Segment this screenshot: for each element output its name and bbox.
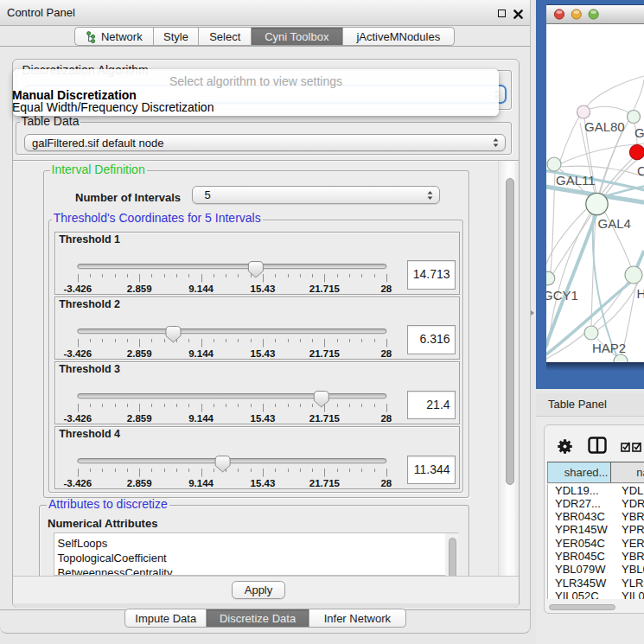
tab-label: Infer Network — [324, 612, 391, 625]
slider-track[interactable] — [78, 394, 386, 399]
popup-item-equal-width[interactable]: Equal Width/Frequency Discretization — [12, 100, 214, 114]
table-cell[interactable]: YLR345W — [548, 577, 614, 590]
checkbox-icon[interactable] — [632, 442, 642, 452]
slider-scale-label: 9.144 — [188, 413, 214, 424]
table-body[interactable]: YDL19...YDL19...YDR27...YDR27...YBR043CY… — [547, 484, 644, 600]
table-row[interactable]: YBL079WYBL079W — [548, 563, 644, 576]
table-cell[interactable]: YIL052C — [548, 590, 614, 599]
tab-infer-network[interactable]: Infer Network — [309, 609, 405, 627]
tab-cyni-toolbox[interactable]: Cyni Toolbox — [252, 28, 343, 45]
number-of-intervals-combobox[interactable]: 5 — [192, 186, 440, 204]
table-hscrollbar-thumb[interactable] — [549, 604, 615, 610]
checkbox-icon[interactable] — [621, 442, 631, 452]
threshold-panel-4: Threshold 4-3.4262.8599.14415.4321.71528… — [54, 426, 460, 489]
attribute-list-item[interactable]: BetweennessCentrality — [54, 565, 457, 576]
close-icon[interactable] — [513, 10, 523, 19]
table-cell[interactable]: YDL19... — [614, 484, 644, 497]
node[interactable] — [577, 105, 590, 118]
slider-ticks — [79, 469, 387, 477]
network-view-window[interactable]: GAL80 GA C GAL11 GAL4 GCY1 H HAP2 — [536, 0, 644, 389]
table-row[interactable]: YER054CYER054C — [548, 537, 644, 550]
tab-impute-data[interactable]: Impute Data — [125, 609, 207, 627]
table-row[interactable]: YDL19...YDL19... — [548, 484, 644, 497]
apply-button[interactable]: Apply — [232, 581, 285, 599]
node[interactable] — [628, 111, 641, 124]
node-label: GAL80 — [584, 119, 625, 134]
threshold-value-field[interactable]: 21.4 — [407, 391, 456, 420]
split-pane-arrow[interactable] — [531, 310, 534, 316]
tab-discretize-data[interactable]: Discretize Data — [207, 609, 309, 627]
slider-ticks — [79, 404, 387, 412]
threshold-slider[interactable]: -3.4262.8599.14415.4321.71528 — [55, 427, 468, 491]
table-row[interactable]: YDR27...YDR27... — [548, 497, 644, 510]
traffic-light-minimize-button[interactable] — [571, 10, 581, 19]
node[interactable] — [625, 266, 642, 284]
table-row[interactable]: YLR345WYLR345W — [548, 577, 644, 590]
numerical-attributes-list[interactable]: SelfLoopsTopologicalCoefficientBetweenne… — [54, 532, 458, 576]
table-panel-title: Table Panel — [548, 393, 607, 416]
slider-thumb[interactable] — [166, 326, 181, 342]
slider-thumb[interactable] — [315, 392, 329, 408]
slider-scale-label: 15.43 — [251, 284, 276, 294]
threshold-slider[interactable]: -3.4262.8599.14415.4321.71528 — [55, 233, 468, 296]
tab-network[interactable]: Network — [75, 28, 154, 45]
threshold-slider[interactable]: -3.4262.8599.14415.4321.71528 — [55, 362, 468, 426]
slider-track[interactable] — [78, 264, 386, 268]
table-cell[interactable]: YBR045C — [548, 550, 614, 563]
threshold-slider[interactable]: -3.4262.8599.14415.4321.71528 — [55, 297, 468, 361]
table-cell[interactable]: YDR27... — [548, 497, 614, 510]
table-cell[interactable]: YBL079W — [548, 563, 614, 576]
node-selected[interactable] — [629, 144, 644, 159]
column-header-shared-name[interactable]: shared... — [547, 462, 611, 483]
table-cell[interactable]: YBR043C — [548, 510, 614, 523]
tab-jactivemnodules[interactable]: jActiveMNodules — [343, 28, 454, 45]
table-cell[interactable]: YER054C — [548, 537, 614, 550]
table-cell[interactable]: YPR145W — [614, 523, 644, 536]
table-cell[interactable]: YLR345W — [614, 577, 644, 590]
slider-thumb[interactable] — [215, 456, 230, 473]
slider-thumb[interactable] — [249, 261, 264, 277]
column-header-name[interactable]: name — [611, 462, 644, 483]
panel-vscrollbar-track[interactable] — [498, 161, 515, 576]
node-label: GA — [634, 125, 644, 140]
node-label: C — [637, 163, 644, 178]
node[interactable] — [584, 326, 598, 340]
threshold-value-field[interactable]: 14.713 — [407, 260, 456, 290]
table-cell[interactable]: YER054C — [614, 537, 644, 550]
control-panel-titlebar[interactable]: Control Panel — [0, 0, 530, 26]
tab-label: Style — [163, 30, 188, 43]
attributes-list-scrollbar-thumb[interactable] — [449, 538, 456, 577]
table-row[interactable]: YBR045CYBR045C — [548, 550, 644, 563]
table-cell[interactable]: YDR27... — [614, 497, 644, 510]
node[interactable] — [547, 157, 561, 171]
threshold-value-field[interactable]: 6.316 — [407, 325, 456, 354]
traffic-light-close-button[interactable] — [554, 10, 564, 19]
panel-vscrollbar-thumb[interactable] — [506, 178, 513, 485]
threshold-value-field[interactable]: 11.344 — [407, 456, 456, 485]
table-panel-titlebar[interactable]: Table Panel — [536, 393, 644, 417]
tab-style[interactable]: Style — [154, 28, 200, 45]
network-canvas[interactable]: GAL80 GA C GAL11 GAL4 GCY1 H HAP2 — [536, 24, 644, 368]
float-window-icon[interactable] — [498, 10, 506, 17]
slider-scale-label: 15.43 — [251, 413, 276, 424]
table-cell[interactable]: YPR145W — [548, 523, 614, 536]
table-cell[interactable]: YBL079W — [614, 563, 644, 576]
table-row[interactable]: YPR145WYPR145W — [548, 523, 644, 536]
slider-track[interactable] — [78, 459, 386, 463]
attribute-list-item[interactable]: TopologicalCoefficient — [54, 551, 457, 565]
gear-icon[interactable] — [558, 439, 572, 454]
slider-track[interactable] — [78, 328, 386, 333]
attribute-list-item[interactable]: SelfLoops — [54, 536, 457, 551]
slider-scale-label: 2.859 — [127, 413, 152, 424]
split-columns-icon[interactable] — [588, 437, 607, 454]
traffic-light-zoom-button[interactable] — [589, 10, 598, 19]
node-gal4[interactable] — [586, 193, 608, 214]
table-row[interactable]: YIL052CYIL052C — [548, 590, 644, 599]
table-cell[interactable]: YBR043C — [614, 510, 644, 523]
tab-select[interactable]: Select — [199, 28, 252, 45]
table-data-combobox[interactable]: galFiltered.sif default node — [24, 134, 506, 151]
table-row[interactable]: YBR043CYBR043C — [548, 510, 644, 523]
table-cell[interactable]: YIL052C — [614, 590, 644, 599]
table-cell[interactable]: YDL19... — [548, 484, 614, 497]
table-cell[interactable]: YBR045C — [614, 550, 644, 563]
